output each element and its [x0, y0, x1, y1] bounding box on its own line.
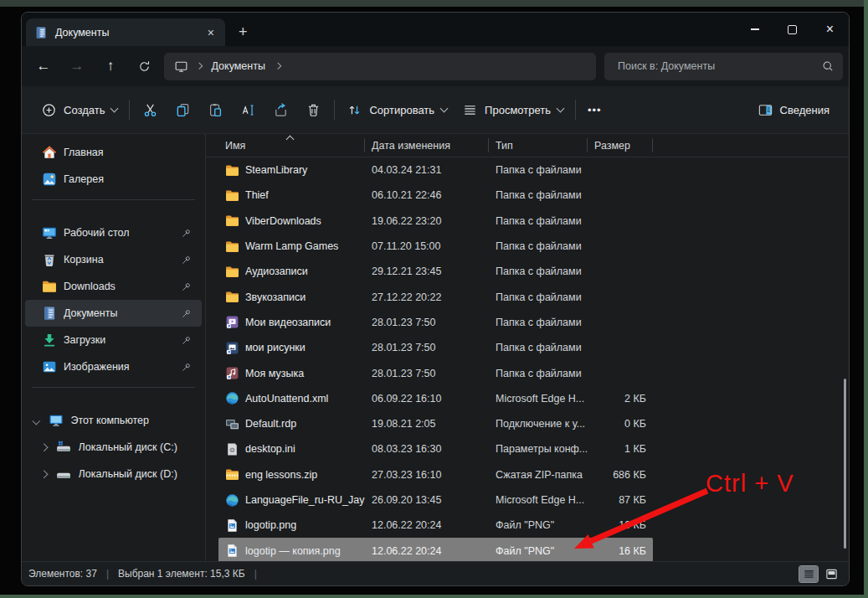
column-header-date[interactable]: Дата изменения — [365, 134, 489, 157]
forward-button[interactable]: → — [60, 51, 94, 81]
sidebar-tree-item[interactable]: Локальный диск (C:) — [25, 434, 202, 461]
file-date: 07.11.20 15:00 — [365, 240, 489, 252]
file-type: Папка с файлами — [489, 215, 588, 227]
explorer-window: Документы × + × ← → ↑ Документы Создать — [21, 12, 850, 586]
column-header-size[interactable]: Размер — [588, 134, 653, 157]
file-size: 16 КБ — [588, 545, 653, 557]
table-row[interactable]: Аудиозаписи 29.12.21 23:45 Папка с файла… — [218, 259, 653, 284]
sidebar-tree-item[interactable]: Локальный диск (D:) — [25, 461, 202, 487]
table-row[interactable]: AutoUnattend.xml 06.09.22 16:10 Microsof… — [218, 386, 653, 411]
file-type: Файл "PNG" — [489, 519, 588, 531]
share-button[interactable] — [265, 95, 297, 125]
file-icon — [225, 214, 239, 228]
sidebar: Главная Галерея Рабочий стол — [22, 134, 206, 561]
up-button[interactable]: ↑ — [94, 51, 127, 81]
sidebar-item[interactable]: Загрузки — [25, 327, 202, 353]
file-name-cell: Default.rdp — [218, 417, 365, 431]
sidebar-item[interactable]: Корзина — [25, 246, 202, 273]
tab-documents[interactable]: Документы × — [26, 18, 225, 46]
sidebar-item[interactable]: Главная — [25, 139, 202, 166]
file-name: Звукозаписи — [245, 291, 306, 303]
table-row[interactable]: LanguageFile_ru-RU_JayD... 26.09.20 13:4… — [218, 487, 653, 513]
sidebar-item[interactable]: Рабочий стол — [25, 219, 202, 246]
delete-button[interactable] — [297, 95, 330, 125]
maximize-button[interactable] — [773, 13, 811, 46]
clipboard-icon — [208, 102, 223, 118]
file-name: Warm Lamp Games — [245, 240, 338, 252]
file-name-cell: LanguageFile_ru-RU_JayD... — [218, 493, 365, 508]
file-name-cell: Моя музыка — [218, 366, 365, 380]
table-row[interactable]: Звукозаписи 27.12.22 20:22 Папка с файла… — [218, 284, 653, 309]
sidebar-item-icon — [42, 172, 57, 187]
sidebar-item-icon — [42, 359, 57, 374]
tab-close-icon[interactable]: × — [205, 27, 217, 39]
window-controls: × — [736, 13, 849, 46]
search-box[interactable] — [604, 53, 843, 80]
table-row[interactable]: eng lessons.zip 27.03.23 16:10 Сжатая ZI… — [218, 462, 653, 487]
new-tab-button[interactable]: + — [239, 23, 248, 41]
file-name: ViberDownloads — [245, 215, 321, 227]
close-button[interactable]: × — [811, 13, 849, 46]
file-name-cell: logotip — копия.png — [218, 544, 365, 558]
view-button[interactable]: Просмотреть — [455, 95, 571, 125]
chevron-right-icon — [196, 63, 203, 70]
sidebar-tree-item[interactable]: Этот компьютер — [25, 407, 202, 434]
chevron-icon[interactable] — [33, 416, 40, 424]
copy-button[interactable] — [167, 95, 199, 125]
rename-button[interactable] — [232, 95, 265, 125]
table-row[interactable]: SteamLibrary 04.03.24 21:31 Папка с файл… — [218, 157, 653, 183]
minimize-button[interactable] — [736, 13, 773, 46]
cut-button[interactable] — [134, 95, 167, 125]
table-row[interactable]: Мои видеозаписи 28.01.23 7:50 Папка с фа… — [218, 310, 653, 335]
file-date: 08.03.23 16:30 — [365, 443, 489, 455]
vertical-scrollbar[interactable] — [844, 379, 846, 549]
column-header-name[interactable]: Имя — [218, 134, 365, 157]
more-button[interactable]: ••• — [580, 95, 609, 125]
chevron-icon[interactable] — [40, 470, 48, 477]
search-input[interactable] — [616, 59, 821, 73]
sidebar-item-label: Рабочий стол — [64, 227, 129, 239]
sidebar-item[interactable]: Изображения — [25, 353, 202, 380]
document-icon — [34, 26, 48, 39]
table-row[interactable]: logotip — копия.png 12.06.22 20:24 Файл … — [218, 538, 653, 561]
back-button[interactable]: ← — [27, 51, 60, 81]
pin-icon — [181, 335, 192, 346]
table-row[interactable]: Warm Lamp Games 07.11.20 15:00 Папка с ф… — [218, 234, 653, 259]
file-type: Папка с файлами — [489, 189, 588, 201]
annotation-ctrl-v: Ctrl + V — [706, 470, 794, 497]
table-row[interactable]: Thief 06.10.21 22:46 Папка с файлами — [218, 183, 653, 208]
chevron-right-icon — [275, 63, 281, 70]
navigation-bar: ← → ↑ Документы — [22, 46, 849, 86]
details-view-button[interactable] — [799, 566, 818, 582]
breadcrumb[interactable]: Документы — [164, 53, 596, 80]
chevron-icon[interactable] — [40, 443, 48, 451]
sidebar-item-label: Локальный диск (C:) — [79, 441, 177, 453]
file-date: 19.06.22 23:20 — [365, 215, 489, 227]
refresh-button[interactable] — [127, 51, 161, 81]
table-row[interactable]: мои рисунки 28.01.23 7:50 Папка с файлам… — [218, 335, 653, 360]
table-row[interactable]: Default.rdp 19.08.21 2:05 Подключение к … — [218, 411, 653, 436]
sidebar-item-icon — [42, 333, 57, 348]
chevron-down-icon — [110, 105, 119, 113]
column-header-type[interactable]: Тип — [489, 134, 588, 157]
file-rows: SteamLibrary 04.03.24 21:31 Папка с файл… — [206, 157, 849, 561]
sidebar-item[interactable]: Галерея — [25, 166, 202, 193]
sort-button[interactable]: Сортировать — [339, 95, 455, 125]
table-row[interactable]: Моя музыка 28.01.23 7:50 Папка с файлами — [218, 360, 653, 385]
table-row[interactable]: logotip.png 12.06.22 20:24 Файл "PNG" 16… — [218, 513, 653, 538]
paste-button[interactable] — [199, 95, 232, 125]
sidebar-item-label: Изображения — [64, 361, 130, 373]
desktop-edge-top — [0, 0, 868, 7]
file-icon — [225, 391, 239, 405]
table-row[interactable]: ViberDownloads 19.06.22 23:20 Папка с фа… — [218, 209, 653, 234]
details-button[interactable]: Сведения — [750, 95, 837, 125]
sidebar-item[interactable]: Downloads — [25, 273, 202, 300]
thumbnail-view-button[interactable] — [822, 566, 840, 582]
sidebar-item[interactable]: Документы — [25, 300, 202, 327]
status-separator: | — [254, 568, 257, 580]
new-button[interactable]: Создать — [33, 95, 125, 125]
breadcrumb-item-documents[interactable]: Документы — [210, 60, 267, 72]
pin-icon — [181, 362, 192, 373]
sidebar-item-label: Этот компьютер — [71, 415, 149, 426]
table-row[interactable]: desktop.ini 08.03.23 16:30 Параметры кон… — [218, 436, 653, 461]
